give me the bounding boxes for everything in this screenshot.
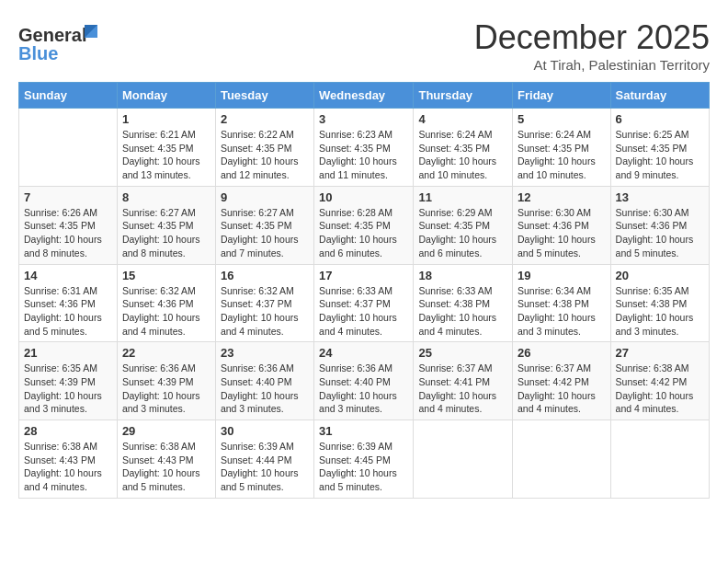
- calendar-cell: 6Sunrise: 6:25 AM Sunset: 4:35 PM Daylig…: [610, 109, 709, 187]
- day-number: 2: [221, 112, 309, 126]
- day-info: Sunrise: 6:26 AM Sunset: 4:35 PM Dayligh…: [24, 206, 112, 260]
- page-header: GeneralBlue December 2025 At Tirah, Pale…: [18, 18, 710, 73]
- day-number: 26: [518, 346, 606, 360]
- svg-text:Blue: Blue: [18, 43, 58, 63]
- day-info: Sunrise: 6:36 AM Sunset: 4:40 PM Dayligh…: [319, 362, 408, 416]
- day-number: 15: [122, 269, 210, 282]
- calendar-cell: 30Sunrise: 6:39 AM Sunset: 4:44 PM Dayli…: [215, 420, 313, 499]
- day-number: 28: [24, 424, 112, 438]
- day-number: 13: [616, 190, 704, 204]
- day-number: 6: [616, 112, 704, 126]
- calendar-cell: 1Sunrise: 6:21 AM Sunset: 4:35 PM Daylig…: [117, 109, 215, 187]
- day-number: 31: [319, 424, 408, 438]
- day-number: 9: [221, 190, 309, 204]
- day-number: 23: [221, 346, 309, 360]
- day-info: Sunrise: 6:37 AM Sunset: 4:42 PM Dayligh…: [518, 362, 606, 416]
- day-info: Sunrise: 6:30 AM Sunset: 4:36 PM Dayligh…: [518, 206, 606, 260]
- day-info: Sunrise: 6:35 AM Sunset: 4:39 PM Dayligh…: [24, 362, 112, 416]
- calendar-cell: 31Sunrise: 6:39 AM Sunset: 4:45 PM Dayli…: [314, 420, 414, 499]
- day-info: Sunrise: 6:33 AM Sunset: 4:37 PM Dayligh…: [319, 284, 408, 339]
- day-info: Sunrise: 6:38 AM Sunset: 4:43 PM Dayligh…: [24, 440, 112, 494]
- calendar-cell: 14Sunrise: 6:31 AM Sunset: 4:36 PM Dayli…: [19, 264, 118, 342]
- calendar-cell: [513, 420, 611, 499]
- day-number: 8: [122, 190, 210, 204]
- day-info: Sunrise: 6:23 AM Sunset: 4:35 PM Dayligh…: [319, 128, 408, 182]
- calendar-cell: 18Sunrise: 6:33 AM Sunset: 4:38 PM Dayli…: [414, 264, 513, 342]
- header-saturday: Saturday: [610, 83, 709, 109]
- day-number: 17: [319, 269, 408, 282]
- day-number: 19: [518, 269, 606, 282]
- day-info: Sunrise: 6:21 AM Sunset: 4:35 PM Dayligh…: [122, 128, 210, 182]
- week-row-3: 14Sunrise: 6:31 AM Sunset: 4:36 PM Dayli…: [19, 264, 710, 342]
- logo: GeneralBlue: [18, 23, 101, 64]
- calendar-cell: 25Sunrise: 6:37 AM Sunset: 4:41 PM Dayli…: [414, 342, 513, 420]
- day-number: 10: [319, 190, 408, 204]
- day-number: 1: [122, 112, 210, 126]
- day-number: 20: [616, 269, 704, 282]
- header-tuesday: Tuesday: [215, 83, 313, 109]
- calendar-cell: 11Sunrise: 6:29 AM Sunset: 4:35 PM Dayli…: [414, 186, 513, 264]
- month-title: December 2025: [474, 18, 710, 57]
- title-section: December 2025 At Tirah, Palestinian Terr…: [474, 18, 710, 73]
- day-number: 29: [122, 424, 210, 438]
- calendar-cell: 19Sunrise: 6:34 AM Sunset: 4:38 PM Dayli…: [513, 264, 611, 342]
- calendar-cell: 29Sunrise: 6:38 AM Sunset: 4:43 PM Dayli…: [117, 420, 215, 499]
- calendar-cell: 16Sunrise: 6:32 AM Sunset: 4:37 PM Dayli…: [215, 264, 313, 342]
- calendar-cell: 20Sunrise: 6:35 AM Sunset: 4:38 PM Dayli…: [610, 264, 709, 342]
- day-info: Sunrise: 6:32 AM Sunset: 4:37 PM Dayligh…: [221, 284, 309, 339]
- calendar-table: SundayMondayTuesdayWednesdayThursdayFrid…: [18, 82, 710, 499]
- calendar-cell: 4Sunrise: 6:24 AM Sunset: 4:35 PM Daylig…: [414, 109, 513, 187]
- day-info: Sunrise: 6:37 AM Sunset: 4:41 PM Dayligh…: [418, 362, 507, 416]
- calendar-cell: 28Sunrise: 6:38 AM Sunset: 4:43 PM Dayli…: [19, 420, 118, 499]
- header-friday: Friday: [513, 83, 611, 109]
- calendar-cell: 5Sunrise: 6:24 AM Sunset: 4:35 PM Daylig…: [513, 109, 611, 187]
- calendar-cell: 9Sunrise: 6:27 AM Sunset: 4:35 PM Daylig…: [215, 186, 313, 264]
- header-wednesday: Wednesday: [314, 83, 414, 109]
- day-number: 21: [24, 346, 112, 360]
- day-info: Sunrise: 6:24 AM Sunset: 4:35 PM Dayligh…: [518, 128, 606, 182]
- calendar-cell: 21Sunrise: 6:35 AM Sunset: 4:39 PM Dayli…: [19, 342, 118, 420]
- day-number: 7: [24, 190, 112, 204]
- day-number: 22: [122, 346, 210, 360]
- calendar-cell: 8Sunrise: 6:27 AM Sunset: 4:35 PM Daylig…: [117, 186, 215, 264]
- location-subtitle: At Tirah, Palestinian Territory: [474, 57, 710, 73]
- calendar-cell: [610, 420, 709, 499]
- day-info: Sunrise: 6:32 AM Sunset: 4:36 PM Dayligh…: [122, 284, 210, 339]
- header-thursday: Thursday: [414, 83, 513, 109]
- day-number: 4: [418, 112, 507, 126]
- day-info: Sunrise: 6:39 AM Sunset: 4:45 PM Dayligh…: [319, 440, 408, 494]
- day-info: Sunrise: 6:31 AM Sunset: 4:36 PM Dayligh…: [24, 284, 112, 339]
- week-row-1: 1Sunrise: 6:21 AM Sunset: 4:35 PM Daylig…: [19, 109, 710, 187]
- day-number: 16: [221, 269, 309, 282]
- week-row-5: 28Sunrise: 6:38 AM Sunset: 4:43 PM Dayli…: [19, 420, 710, 499]
- day-number: 14: [24, 269, 112, 282]
- day-info: Sunrise: 6:27 AM Sunset: 4:35 PM Dayligh…: [221, 206, 309, 260]
- header-sunday: Sunday: [19, 83, 118, 109]
- svg-text:General: General: [18, 25, 86, 45]
- day-info: Sunrise: 6:28 AM Sunset: 4:35 PM Dayligh…: [319, 206, 408, 260]
- header-monday: Monday: [117, 83, 215, 109]
- calendar-cell: 7Sunrise: 6:26 AM Sunset: 4:35 PM Daylig…: [19, 186, 118, 264]
- day-number: 27: [616, 346, 704, 360]
- day-number: 18: [418, 269, 507, 282]
- day-info: Sunrise: 6:25 AM Sunset: 4:35 PM Dayligh…: [616, 128, 704, 182]
- day-number: 25: [418, 346, 507, 360]
- calendar-cell: 24Sunrise: 6:36 AM Sunset: 4:40 PM Dayli…: [314, 342, 414, 420]
- calendar-header-row: SundayMondayTuesdayWednesdayThursdayFrid…: [19, 83, 710, 109]
- week-row-2: 7Sunrise: 6:26 AM Sunset: 4:35 PM Daylig…: [19, 186, 710, 264]
- day-info: Sunrise: 6:38 AM Sunset: 4:42 PM Dayligh…: [616, 362, 704, 416]
- calendar-cell: 15Sunrise: 6:32 AM Sunset: 4:36 PM Dayli…: [117, 264, 215, 342]
- calendar-cell: [19, 109, 118, 187]
- day-info: Sunrise: 6:39 AM Sunset: 4:44 PM Dayligh…: [221, 440, 309, 494]
- day-info: Sunrise: 6:22 AM Sunset: 4:35 PM Dayligh…: [221, 128, 309, 182]
- day-info: Sunrise: 6:33 AM Sunset: 4:38 PM Dayligh…: [418, 284, 507, 339]
- day-number: 12: [518, 190, 606, 204]
- calendar-cell: 10Sunrise: 6:28 AM Sunset: 4:35 PM Dayli…: [314, 186, 414, 264]
- calendar-cell: 13Sunrise: 6:30 AM Sunset: 4:36 PM Dayli…: [610, 186, 709, 264]
- day-info: Sunrise: 6:38 AM Sunset: 4:43 PM Dayligh…: [122, 440, 210, 494]
- day-info: Sunrise: 6:36 AM Sunset: 4:39 PM Dayligh…: [122, 362, 210, 416]
- day-info: Sunrise: 6:36 AM Sunset: 4:40 PM Dayligh…: [221, 362, 309, 416]
- day-number: 11: [418, 190, 507, 204]
- week-row-4: 21Sunrise: 6:35 AM Sunset: 4:39 PM Dayli…: [19, 342, 710, 420]
- day-info: Sunrise: 6:24 AM Sunset: 4:35 PM Dayligh…: [418, 128, 507, 182]
